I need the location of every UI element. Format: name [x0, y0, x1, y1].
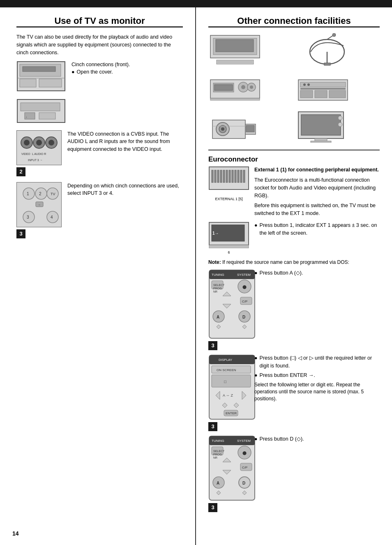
step2-block: VIDEO L AUDIO R INPUT 3 → 2 The VIDEO co… [16, 130, 183, 176]
top-bar-right [196, 0, 392, 7]
step5-text1: The Euroconnector is a multi-functional … [254, 176, 380, 199]
display-badge-row: 3 [208, 422, 249, 431]
svg-rect-47 [214, 85, 233, 90]
svg-text:ENTER: ENTER [226, 411, 237, 415]
step3c-bullet: ● Press button D (◇). [254, 435, 304, 443]
intro-text: The TV can also be used directly for the… [16, 33, 183, 56]
bullet-dot-note: ● [254, 269, 258, 277]
right-section-title: Other connection facilities [208, 16, 380, 28]
step5-badge-sm: [5] [239, 197, 243, 201]
svg-text:TV: TV [51, 192, 55, 196]
svg-rect-69 [301, 115, 341, 135]
devices-grid [208, 33, 380, 144]
cinch-bullet: ● Open the cover. [71, 68, 130, 76]
svg-text:1: 1 [27, 192, 29, 196]
svg-rect-81 [229, 170, 231, 182]
svg-text:1→: 1→ [212, 231, 219, 236]
tv-ext1-svg: 1→ [208, 222, 249, 248]
step3-badge: 3 [16, 229, 25, 238]
svg-text:C/P: C/P [242, 466, 247, 469]
display-extra-text: Select the following letter or digit etc… [254, 381, 380, 402]
euro-divider [208, 150, 380, 150]
tuning-remote-svg: TUNING SYSTEM SELECT PROG. NR ⬤ [208, 269, 256, 339]
svg-text:TUNING: TUNING [212, 439, 224, 443]
svg-point-51 [250, 85, 253, 89]
bullet-dot-6: ● [254, 222, 258, 229]
bullet-dot-3c: ● [254, 435, 258, 443]
svg-point-64 [221, 127, 224, 131]
display-bullet2-text: Press button ENTER →. [260, 372, 315, 379]
svg-text:⬤: ⬤ [242, 451, 247, 455]
display-remote-svg: DISPLAY ON SCREEN □ A ↔ Z [208, 354, 256, 420]
rca-svg: VIDEO L AUDIO R INPUT 3 → [16, 130, 62, 165]
svg-rect-80 [226, 170, 228, 182]
svg-text:→: → [37, 203, 41, 207]
svg-text:C/P: C/P [242, 300, 247, 303]
display-badge: 3 [208, 422, 217, 431]
svg-rect-36 [216, 39, 254, 52]
svg-rect-84 [238, 170, 239, 182]
svg-text:PROG.: PROG. [213, 453, 223, 456]
step3-image: 1 2 TV → 3 4 3 [16, 182, 62, 238]
note-text-block: Note: If required the source name can be… [208, 259, 380, 266]
top-bar [0, 0, 392, 7]
tv-monitor-device [296, 110, 380, 144]
svg-line-41 [327, 35, 333, 39]
step2-badge-row: 2 [16, 167, 62, 176]
right-column: Other connection facilities [196, 7, 392, 545]
svg-point-15 [36, 140, 42, 145]
euro-title: Euroconnector [208, 155, 380, 164]
bullet-dot-d1: ● [254, 354, 258, 362]
note-label: Note: [208, 259, 221, 265]
svg-text:L AUDIO R: L AUDIO R [32, 152, 46, 155]
svg-rect-75 [212, 170, 213, 182]
satellite-svg [296, 33, 350, 66]
cinch-front-image [16, 61, 66, 93]
step6-image: 1→ 6 [208, 222, 249, 254]
svg-text:3: 3 [27, 215, 29, 219]
step6-bullet1-text: Press button 1, indicator EXT 1 appears … [260, 222, 380, 237]
svg-point-59 [303, 83, 306, 86]
computer-device [208, 33, 292, 67]
note-bullet: ● Press button A (◇). [254, 269, 303, 277]
svg-rect-10 [39, 113, 55, 119]
display-bullet1-text: Press button (□) ◁ or ▷ until the requir… [260, 354, 380, 370]
step3b-row: TUNING SYSTEM SELECT PROG. NR ⬤ [208, 269, 380, 350]
step3c-text: ● Press button D (◇). [254, 435, 304, 445]
svg-rect-52 [210, 98, 260, 100]
cinch-bullet-text: Open the cover. [77, 68, 113, 76]
svg-text:ON SCREEN: ON SCREEN [217, 368, 236, 372]
cinch-connector-svg: ↓ [16, 99, 66, 123]
svg-text:INPUT 3 →: INPUT 3 → [28, 159, 43, 162]
svg-text:SYSTEM: SYSTEM [237, 439, 251, 443]
svg-text:□: □ [224, 379, 226, 384]
svg-point-72 [338, 116, 342, 120]
display-bullet2: ● Press button ENTER →. [254, 372, 380, 379]
svg-rect-85 [240, 170, 242, 182]
laserdisc-device [208, 72, 292, 106]
svg-text:PROG.: PROG. [213, 287, 223, 290]
svg-rect-55 [300, 88, 346, 90]
svg-text:2: 2 [39, 192, 42, 196]
page-number: 14 [12, 530, 19, 537]
satellite-device [296, 33, 380, 67]
step-display-row: DISPLAY ON SCREEN □ A ↔ Z [208, 354, 380, 431]
euro-socket-svg [208, 166, 249, 195]
step5-text2: Before this equipment is switched on, th… [254, 202, 380, 217]
hifi-device [296, 72, 380, 106]
step3c-row: TUNING SYSTEM SELECT PROG. NR ⬤ C/P A [208, 435, 380, 512]
step3b-badge-row: 3 [208, 341, 249, 350]
tuning-remote2-svg: TUNING SYSTEM SELECT PROG. NR ⬤ C/P A [208, 435, 256, 501]
tv-monitor-svg [296, 110, 350, 143]
step2-badge: 2 [16, 167, 25, 176]
svg-text:↓: ↓ [25, 115, 27, 119]
svg-rect-116 [212, 375, 251, 387]
svg-rect-71 [311, 141, 331, 143]
svg-point-13 [24, 140, 30, 145]
step3c-image: TUNING SYSTEM SELECT PROG. NR ⬤ C/P A [208, 435, 249, 512]
cinch-front-block: Cinch connections (front). ● Open the co… [16, 61, 183, 93]
svg-rect-57 [315, 90, 327, 98]
svg-text:SELECT: SELECT [213, 284, 225, 286]
svg-rect-37 [217, 60, 254, 64]
left-column: Use of TV as monitor The TV can also be … [0, 7, 196, 545]
